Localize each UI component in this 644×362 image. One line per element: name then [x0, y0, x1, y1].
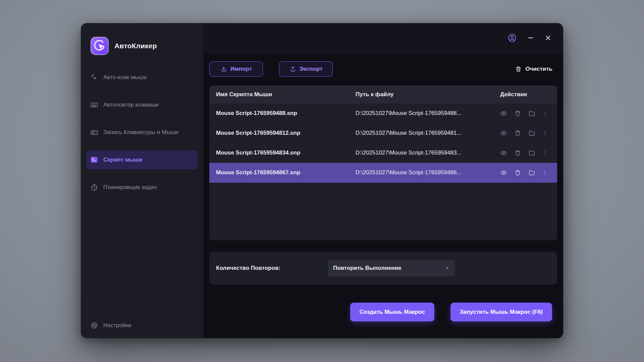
open-folder-icon[interactable] — [528, 110, 535, 117]
repeat-mode-value: Повторить Выполнение — [333, 265, 401, 272]
sidebar-item-key-repeat[interactable]: Автоповтор клавиши — [86, 96, 198, 114]
open-folder-icon[interactable] — [528, 149, 535, 157]
minimize-button[interactable] — [527, 34, 534, 42]
open-folder-icon[interactable] — [528, 169, 535, 176]
clear-button[interactable]: Очистить — [515, 66, 552, 73]
row-actions — [499, 149, 557, 157]
import-label: Импорт — [230, 66, 252, 72]
download-icon — [220, 66, 227, 72]
main-area: Импорт Экспорт Очистить — [203, 23, 563, 338]
table-row[interactable]: Mouse Script-1765959488.snp D:\20251027\… — [209, 104, 557, 123]
toolbar: Импорт Экспорт Очистить — [209, 61, 557, 77]
app-logo-icon — [90, 37, 109, 55]
title-bar — [203, 23, 563, 53]
app-window: АвтоКликер Авто-клик мыши Автоповтор кла… — [81, 23, 563, 338]
settings-label: Настройки — [103, 322, 131, 329]
trash-icon — [515, 66, 522, 73]
account-icon[interactable] — [507, 33, 517, 43]
auto-click-icon — [90, 73, 98, 81]
script-name: Mouse Script-17659594834.snp — [209, 149, 356, 156]
sidebar-item-record[interactable]: Запись Клавиатуры и Мыши — [86, 123, 198, 142]
delete-icon[interactable] — [514, 169, 521, 176]
recorder-icon — [90, 128, 98, 136]
more-options-icon[interactable] — [542, 149, 548, 157]
clear-label: Очистить — [525, 66, 552, 72]
script-path: D:\20251027\Mouse Script-1765959481... — [356, 130, 499, 136]
sidebar-item-label: Скрипт мыши — [103, 157, 143, 163]
close-button[interactable] — [544, 34, 552, 42]
app-title: АвтоКликер — [114, 42, 157, 50]
sidebar-item-settings[interactable]: Настройки — [81, 321, 203, 329]
export-button[interactable]: Экспорт — [279, 61, 333, 77]
content: Импорт Экспорт Очистить — [203, 53, 563, 338]
sidebar-item-task-scheduler[interactable]: Планировщик задач — [86, 178, 198, 197]
view-icon[interactable] — [500, 149, 507, 157]
more-options-icon[interactable] — [542, 169, 548, 176]
keyboard-icon — [90, 101, 98, 109]
row-actions — [499, 110, 557, 117]
sidebar: АвтоКликер Авто-клик мыши Автоповтор кла… — [81, 23, 203, 338]
upload-icon — [289, 66, 296, 72]
table-header: Имя Скрипта Мыши Путь к файлу Действие — [209, 85, 557, 104]
delete-icon[interactable] — [514, 130, 521, 137]
sidebar-item-label: Автоповтор клавиши — [103, 102, 158, 108]
sidebar-item-label: Планировщик задач — [103, 184, 157, 191]
table-row-selected[interactable]: Mouse Script-17659594867.snp D:\20251027… — [209, 163, 557, 183]
delete-icon[interactable] — [514, 149, 521, 157]
gear-icon — [90, 321, 98, 329]
row-actions — [499, 169, 557, 176]
create-macro-button[interactable]: Создать Мышь Макрос — [350, 303, 434, 321]
more-options-icon[interactable] — [542, 110, 548, 117]
brand: АвтоКликер — [81, 23, 203, 68]
table-row[interactable]: Mouse Script-17659594812.snp D:\20251027… — [209, 123, 557, 143]
script-name: Mouse Script-17659594812.snp — [209, 130, 356, 136]
repeat-panel: Количество Повторов: Повторить Выполнени… — [209, 252, 557, 285]
open-folder-icon[interactable] — [528, 130, 535, 137]
repeat-mode-dropdown[interactable]: Повторить Выполнение — [328, 260, 455, 277]
more-options-icon[interactable] — [542, 130, 548, 137]
terminal-script-icon — [90, 156, 98, 164]
sidebar-item-label: Авто-клик мыши — [103, 74, 147, 81]
sidebar-item-auto-click[interactable]: Авто-клик мыши — [86, 68, 198, 87]
sidebar-item-label: Запись Клавиатуры и Мыши — [103, 129, 178, 136]
script-name: Mouse Script-17659594867.snp — [209, 169, 356, 176]
clock-icon — [90, 183, 98, 191]
export-label: Экспорт — [300, 66, 323, 72]
script-name: Mouse Script-1765959488.snp — [209, 110, 356, 117]
sidebar-item-mouse-script[interactable]: Скрипт мыши — [86, 150, 198, 169]
delete-icon[interactable] — [514, 110, 521, 117]
table-row[interactable]: Mouse Script-17659594834.snp D:\20251027… — [209, 143, 557, 163]
row-actions — [499, 130, 557, 137]
column-header-action: Действие — [499, 91, 557, 98]
footer-actions: Создать Мышь Макрос Запустить Мышь Макро… — [209, 303, 557, 321]
script-path: D:\20251027\Mouse Script-1765959483... — [356, 149, 499, 156]
column-header-name: Имя Скрипта Мыши — [209, 91, 356, 98]
repeat-count-label: Количество Повторов: — [216, 265, 328, 272]
script-table: Имя Скрипта Мыши Путь к файлу Действие M… — [209, 85, 557, 240]
run-macro-button[interactable]: Запустить Мышь Макрос (F6) — [450, 303, 552, 321]
import-button[interactable]: Импорт — [209, 61, 263, 77]
column-header-path: Путь к файлу — [356, 91, 499, 98]
script-path: D:\20251027\Mouse Script-1765959486... — [356, 169, 499, 176]
script-path: D:\20251027\Mouse Script-1765959488... — [356, 110, 499, 117]
view-icon[interactable] — [500, 110, 507, 117]
sidebar-nav: Авто-клик мыши Автоповтор клавиши Запись… — [81, 68, 203, 205]
view-icon[interactable] — [500, 130, 507, 137]
chevron-down-icon — [442, 263, 452, 273]
view-icon[interactable] — [500, 169, 507, 176]
